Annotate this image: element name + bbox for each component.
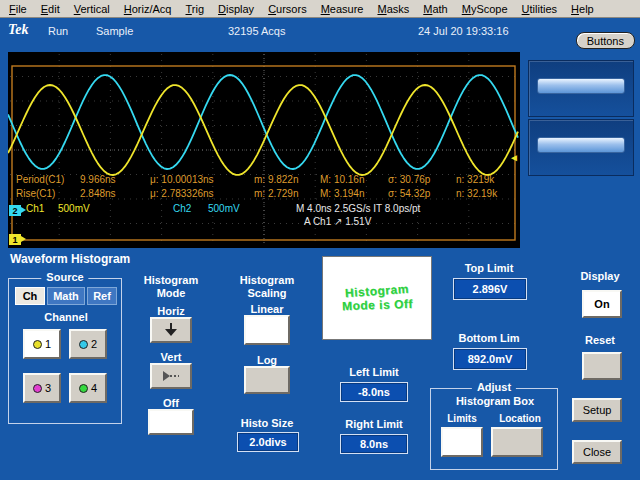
channel-4-button[interactable]: 4 — [69, 373, 107, 403]
channel-label: Channel — [9, 311, 123, 323]
measurement-mean: μ: 10.00013ns — [150, 174, 214, 185]
menu-vertical[interactable]: Vertical — [67, 3, 117, 15]
ch2-trace — [8, 75, 518, 169]
menu-myscope[interactable]: MyScope — [455, 3, 515, 15]
histogram-mode-title-2: Mode — [126, 287, 216, 299]
channel-3-number: 3 — [45, 382, 51, 394]
trigger-readout: A Ch1 ↗ 1.51V — [304, 216, 371, 227]
left-limit-value[interactable]: -8.0ns — [340, 382, 408, 402]
right-limit-value[interactable]: 8.0ns — [340, 434, 408, 454]
scope-display: 2 1 ◄ Period(C1) 9.966ns μ: 10.00013ns m… — [8, 52, 520, 248]
close-button[interactable]: Close — [572, 440, 622, 464]
menu-file[interactable]: File — [2, 3, 34, 15]
tab-ref[interactable]: Ref — [87, 287, 117, 305]
side-menu-button-2[interactable] — [537, 137, 625, 153]
reset-button[interactable] — [582, 352, 622, 380]
message-line-2: Mode is Off — [341, 297, 412, 313]
display-label: Display — [564, 270, 636, 282]
waveform-histogram-panel: Waveform Histogram Source Ch Math Ref Ch… — [0, 248, 640, 480]
off-label: Off — [126, 397, 216, 409]
display-on-button[interactable]: On — [582, 290, 622, 318]
location-label: Location — [489, 413, 551, 424]
menu-horiz-acq[interactable]: Horiz/Acq — [117, 3, 179, 15]
vert-mode-button[interactable] — [150, 363, 192, 389]
setup-button[interactable]: Setup — [572, 398, 622, 422]
horiz-mode-button[interactable] — [150, 317, 192, 343]
side-menu-box-1 — [528, 60, 634, 117]
ch2-scale: 500mV — [208, 203, 240, 214]
bottom-limit-value[interactable]: 892.0mV — [453, 348, 527, 370]
menu-bar: File Edit Vertical Horiz/Acq Trig Displa… — [0, 0, 640, 18]
menu-help[interactable]: Help — [564, 3, 601, 15]
ch1-label: Ch1 — [26, 203, 44, 214]
histo-size-label: Histo Size — [222, 417, 312, 429]
horiz-histogram-icon — [160, 322, 182, 338]
ch2-label: Ch2 — [173, 203, 191, 214]
channel-1-marker[interactable]: 1 — [9, 234, 21, 245]
log-scaling-button[interactable] — [244, 366, 290, 394]
acquisition-mode: Sample — [96, 25, 133, 37]
limits-label: Limits — [437, 413, 487, 424]
histo-size-value[interactable]: 2.0divs — [237, 432, 299, 452]
menu-display[interactable]: Display — [211, 3, 261, 15]
tab-math[interactable]: Math — [47, 287, 85, 305]
channel-1-color-dot — [33, 340, 42, 349]
channel-3-color-dot — [33, 384, 42, 393]
menu-math[interactable]: Math — [416, 3, 454, 15]
side-menu-box-2 — [528, 119, 634, 176]
menu-utilities[interactable]: Utilities — [515, 3, 564, 15]
waveform-canvas — [8, 52, 520, 248]
measurement-name: Rise(C1) — [16, 188, 55, 199]
measurement-max: M: 3.194n — [320, 188, 364, 199]
top-limit-value[interactable]: 2.896V — [453, 278, 527, 300]
linear-scaling-button[interactable] — [244, 315, 290, 345]
measurement-name: Period(C1) — [16, 174, 64, 185]
menu-edit[interactable]: Edit — [34, 3, 67, 15]
channel-4-color-dot — [79, 384, 88, 393]
channel-2-button[interactable]: 2 — [69, 329, 107, 359]
right-edge-marker: ◄ — [509, 152, 519, 163]
measurement-count: n: 3219k — [456, 174, 494, 185]
tab-ch[interactable]: Ch — [15, 287, 45, 305]
channel-2-number: 2 — [91, 338, 97, 350]
channel-2-marker[interactable]: 2 — [9, 205, 21, 216]
side-menu-button-1[interactable] — [537, 78, 625, 94]
menu-measure[interactable]: Measure — [314, 3, 371, 15]
reset-label: Reset — [564, 334, 636, 346]
histogram-box-label: Histogram Box — [431, 395, 559, 407]
measurement-min: m: 2.729n — [254, 188, 298, 199]
measurement-count: n: 32.19k — [456, 188, 497, 199]
left-limit-label: Left Limit — [332, 366, 416, 378]
measurement-value: 2.848ns — [80, 188, 116, 199]
channel-1-button[interactable]: 1 — [23, 329, 61, 359]
histogram-mode-title-1: Histogram — [126, 274, 216, 286]
vert-histogram-icon — [160, 368, 182, 384]
location-button[interactable] — [491, 427, 543, 457]
limits-button[interactable] — [441, 427, 483, 457]
source-group-title: Source — [41, 271, 88, 283]
linear-label: Linear — [222, 303, 312, 315]
log-label: Log — [222, 354, 312, 366]
adjust-group: Adjust Histogram Box Limits Location — [430, 388, 558, 470]
measurement-mean: μ: 2.783326ns — [150, 188, 214, 199]
tek-logo: Tek — [8, 22, 28, 38]
menu-trig[interactable]: Trig — [179, 3, 212, 15]
menu-cursors[interactable]: Cursors — [261, 3, 314, 15]
channel-3-button[interactable]: 3 — [23, 373, 61, 403]
horiz-label: Horiz — [126, 305, 216, 317]
ch1-scale: 500mV — [58, 203, 90, 214]
panel-title: Waveform Histogram — [10, 252, 130, 266]
adjust-group-title: Adjust — [472, 381, 516, 393]
off-mode-button[interactable] — [148, 409, 194, 435]
acquisition-state: Run — [48, 25, 68, 37]
vert-label: Vert — [126, 351, 216, 363]
histogram-scaling-title-2: Scaling — [222, 287, 312, 299]
measurement-min: m: 9.822n — [254, 174, 298, 185]
measurement-value: 9.966ns — [80, 174, 116, 185]
histogram-status-message: Histogram Mode is Off — [322, 256, 432, 340]
menu-masks[interactable]: Masks — [370, 3, 416, 15]
buttons-button[interactable]: Buttons — [576, 32, 635, 49]
status-bar: Tek Run Sample 32195 Acqs 24 Jul 20 19:3… — [0, 18, 640, 52]
timebase-readout: M 4.0ns 2.5GS/s IT 8.0ps/pt — [296, 203, 420, 214]
datetime: 24 Jul 20 19:33:16 — [418, 25, 509, 37]
